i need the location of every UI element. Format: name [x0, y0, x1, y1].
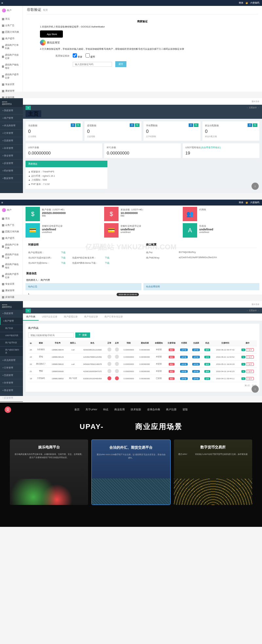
month-button[interactable]: 月 [130, 123, 134, 127]
sidebar-item[interactable]: 首页 [0, 215, 23, 222]
sidebar-item[interactable]: 素材管理 [0, 287, 23, 294]
tab[interactable]: 商户充值记录 [81, 313, 101, 321]
search-button[interactable]: 🔍 搜索 [75, 332, 90, 338]
auth-code-input[interactable] [73, 62, 112, 67]
info-tile[interactable]: 👥代理商 [183, 207, 259, 221]
sidebar-item[interactable]: 反馈问题 [0, 294, 23, 300]
sidebar-item[interactable]: 虚拟商户订单列表 [0, 241, 23, 251]
sidebar-item[interactable]: 商户提币 [0, 235, 23, 241]
nav-link[interactable]: 商业应用 [114, 408, 125, 411]
tencent-button[interactable]: 腾讯应用宝 [40, 40, 245, 45]
info-tile[interactable]: 💳您暂时没有提币记录undefinedundefined [104, 223, 181, 238]
radio-login[interactable]: 登录 [73, 53, 82, 59]
sidebar-item[interactable]: ▪ 交易管理 [0, 372, 23, 379]
notice-box-1: 站内公告 [26, 283, 141, 290]
sidebar-item[interactable]: ▪ 补单管理 [0, 145, 23, 152]
tab[interactable]: USDT出生记录 [39, 313, 61, 321]
sidebar-item[interactable]: 虚拟商户提币记录 [0, 71, 23, 81]
nav-link[interactable]: 特点 [103, 408, 108, 411]
sidebar-item[interactable]: 出售广告 [0, 222, 23, 228]
sidebar-item[interactable]: 首页 [0, 16, 23, 22]
hamburger-icon[interactable]: ≡ [1, 201, 3, 204]
sidebar-item[interactable]: ▪ 订单管理 [0, 130, 23, 137]
sidebar-item[interactable]: 匹配订单列表 [0, 228, 23, 235]
logout-link[interactable]: 退出登录 [252, 100, 259, 103]
sidebar-item[interactable]: ▪ 资金管理 [0, 152, 23, 160]
sidebar-item[interactable]: ▪ 系统管理 [0, 310, 23, 317]
topbar-user[interactable]: 六世骑码 [250, 1, 259, 5]
collapse-button[interactable]: ≡ [26, 309, 31, 313]
search-input[interactable] [28, 332, 74, 338]
year-button[interactable]: 年 [135, 123, 140, 127]
year-button[interactable]: 年 [194, 123, 198, 127]
sidebar-item[interactable]: 匹配订单列表 [0, 29, 23, 35]
sidebar-item[interactable]: ▪ 反馈管理 [0, 394, 23, 402]
sidebar-item[interactable]: ▪ 承兑商管理 [0, 357, 23, 364]
sidebar-subitem[interactable]: 商户提币列表 [0, 339, 23, 347]
nav-link[interactable]: 技术创新 [131, 408, 141, 411]
sidebar-item[interactable]: 出售广告 [0, 22, 23, 29]
scene-card[interactable]: 合法的外汇、期货交易平台通过UPAY-XXX.COM数字资产大全交易，让"虚拟商… [91, 439, 170, 505]
sidebar-item[interactable]: 虚拟商户充值记录 [0, 52, 23, 62]
sidebar-item[interactable]: ▪ 订单管理 [0, 364, 23, 372]
tab[interactable]: 商户订单补充记录 [101, 313, 126, 321]
sidebar-item[interactable]: ▪ 承兑商管理 [0, 122, 23, 130]
page-ops[interactable]: ← 页面操作 → [247, 309, 259, 312]
tab-home[interactable]: 主页 [26, 110, 41, 117]
sidebar-subitem[interactable]: 商户列表 [0, 325, 23, 332]
tab[interactable]: 商户列表 [23, 313, 39, 321]
logout-link[interactable]: 退出登录 [252, 303, 259, 306]
nav-link[interactable]: 登陆 [182, 408, 188, 411]
page-ops[interactable]: ← 页面操作 → [247, 106, 259, 109]
sidebar-item[interactable]: ▪ 码付管理 [0, 167, 23, 175]
tile-icon: $ [26, 207, 40, 221]
month-button[interactable]: 月 [248, 123, 252, 127]
topbar-user[interactable]: 六世骑码 [250, 201, 259, 204]
sidebar-item[interactable]: 虚拟商户提币记录 [0, 271, 23, 281]
month-button[interactable]: 月 [189, 123, 193, 127]
radio-withdraw[interactable]: 提币 [85, 53, 95, 59]
scene-card[interactable]: 娱乐电商平台娱乐电商是最大的代币交换市场，从最初到游戏、交易方便、安全、全球接受… [10, 439, 88, 505]
year-button[interactable]: 年 [76, 123, 81, 127]
nav-link[interactable]: 首页 [74, 408, 80, 411]
sidebar-item[interactable]: ▪ 交易管理 [0, 137, 23, 145]
sidebar-item[interactable]: 虚拟商户订单列表 [0, 42, 23, 52]
nav-link[interactable]: 商户注册 [166, 408, 177, 411]
sidebar-item[interactable]: 素材管理 [0, 88, 23, 94]
avatar [2, 208, 6, 212]
info-tile[interactable]: A交易流undefinedundefined [183, 223, 259, 238]
info-tile[interactable]: $发放余额（USDT≈¥0）10.00000000¥¥0 [104, 207, 181, 221]
tab[interactable]: 商户提现记录 [61, 313, 81, 321]
info-tile[interactable]: $账户余额（USDT≈¥0）200320.00000000¥¥0 [26, 207, 102, 221]
sidebar-subitem[interactable]: USDT地址列表 [0, 332, 23, 339]
sidebar-item[interactable]: ▪ 商户管理 [0, 115, 23, 122]
nav-link[interactable]: 全球合作商 [147, 408, 160, 411]
sidebar-item[interactable]: 虚拟商户充值记录 [0, 251, 23, 261]
sidebar-item[interactable]: ▪ 商户管理 [0, 317, 23, 325]
hamburger-icon[interactable]: ≡ [1, 1, 3, 5]
scene-card[interactable]: 数字货币交易所通过UPAY 轻松购入USDT在给予数字货币交易所进行交易，操作更… [174, 439, 252, 505]
admin-sidebar: admin超级管理员 ▪ 系统管理▪ 商户管理▪ 承兑商管理▪ 订单管理▪ 交易… [0, 98, 23, 193]
appstore-button[interactable]: App Store [40, 30, 63, 38]
sidebar-item[interactable]: 虚拟商户钱包地址 [0, 261, 23, 271]
submit-button[interactable]: 提交 [115, 61, 126, 67]
sidebar-item[interactable]: ▪ 资金管理 [0, 387, 23, 394]
year-button[interactable]: 年 [253, 123, 257, 127]
lang-switch[interactable]: 简体 [239, 1, 243, 5]
info-tile[interactable]: 💳您暂时没有提币记录undefinedundefined [26, 223, 102, 238]
nav-link[interactable]: 关于UPAY [85, 408, 98, 411]
sidebar-item[interactable]: ▪ 补单管理 [0, 379, 23, 387]
sidebar-item[interactable]: 商户提币 [0, 35, 23, 42]
sidebar-subitem[interactable]: 商户虚拟订单列表 [0, 347, 23, 357]
scroll-top-icon[interactable]: ↑ [252, 385, 259, 393]
lang-switch[interactable]: 简体 [239, 201, 243, 204]
sidebar-item[interactable]: ▪ 反馈管理 [0, 160, 23, 167]
scroll-top-icon[interactable]: ↑ [252, 183, 259, 190]
collapse-button[interactable]: ≡ [26, 106, 31, 110]
month-button[interactable]: 月 [71, 123, 75, 127]
sidebar-item[interactable]: 虚拟商户钱包地址 [0, 62, 23, 71]
sidebar-item[interactable]: ▪ 系统管理 [0, 107, 23, 115]
sidebar-item[interactable]: 安全设置 [0, 81, 23, 88]
sidebar-item[interactable]: ▪ 数据管理 [0, 175, 23, 182]
sidebar-item[interactable]: 安全设置 [0, 281, 23, 287]
